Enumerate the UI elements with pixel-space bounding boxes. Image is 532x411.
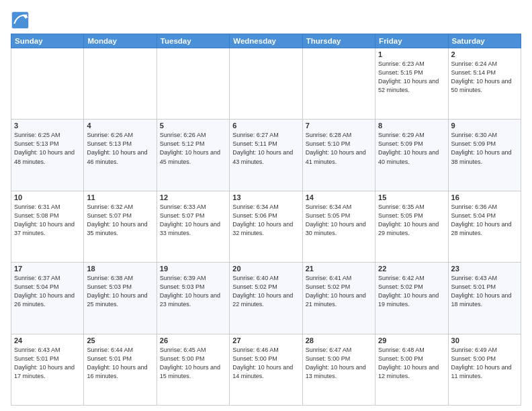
day-number: 12 — [160, 193, 226, 201]
day-number: 3 — [14, 122, 81, 130]
calendar-cell: 10Sunrise: 6:31 AMSunset: 5:08 PMDayligh… — [11, 191, 84, 262]
week-row-5: 24Sunrise: 6:43 AMSunset: 5:01 PMDayligh… — [11, 334, 521, 405]
column-header-thursday: Thursday — [302, 34, 375, 48]
cell-info: Sunrise: 6:35 AMSunset: 5:05 PMDaylight:… — [378, 203, 445, 238]
cell-info: Sunrise: 6:23 AMSunset: 5:15 PMDaylight:… — [378, 60, 445, 95]
calendar-cell — [11, 48, 84, 120]
day-number: 7 — [306, 122, 372, 130]
logo — [11, 11, 31, 30]
calendar-cell: 7Sunrise: 6:28 AMSunset: 5:10 PMDaylight… — [302, 120, 375, 191]
calendar-cell: 27Sunrise: 6:46 AMSunset: 5:00 PMDayligh… — [230, 334, 302, 405]
day-number: 2 — [451, 50, 518, 58]
calendar-cell: 15Sunrise: 6:35 AMSunset: 5:05 PMDayligh… — [375, 191, 448, 262]
calendar-cell: 12Sunrise: 6:33 AMSunset: 5:07 PMDayligh… — [157, 191, 229, 262]
day-number: 5 — [160, 122, 226, 130]
day-number: 11 — [87, 193, 153, 201]
cell-info: Sunrise: 6:27 AMSunset: 5:11 PMDaylight:… — [232, 131, 299, 166]
calendar-cell: 30Sunrise: 6:49 AMSunset: 5:00 PMDayligh… — [448, 334, 521, 405]
day-number: 21 — [306, 265, 372, 273]
day-number: 27 — [232, 336, 299, 345]
day-number: 15 — [378, 193, 445, 201]
day-number: 8 — [378, 122, 445, 130]
week-row-1: 1Sunrise: 6:23 AMSunset: 5:15 PMDaylight… — [11, 48, 521, 120]
calendar-cell — [230, 48, 302, 120]
day-number: 18 — [87, 265, 153, 273]
cell-info: Sunrise: 6:25 AMSunset: 5:13 PMDaylight:… — [14, 131, 81, 166]
day-number: 23 — [451, 265, 518, 273]
calendar-cell: 8Sunrise: 6:29 AMSunset: 5:09 PMDaylight… — [375, 120, 448, 191]
calendar-cell: 22Sunrise: 6:42 AMSunset: 5:02 PMDayligh… — [375, 263, 448, 334]
calendar-cell: 23Sunrise: 6:43 AMSunset: 5:01 PMDayligh… — [448, 263, 521, 334]
day-number: 13 — [232, 193, 299, 201]
cell-info: Sunrise: 6:49 AMSunset: 5:00 PMDaylight:… — [451, 346, 518, 381]
calendar-cell: 14Sunrise: 6:34 AMSunset: 5:05 PMDayligh… — [302, 191, 375, 262]
calendar-cell: 25Sunrise: 6:44 AMSunset: 5:01 PMDayligh… — [84, 334, 157, 405]
calendar-cell: 9Sunrise: 6:30 AMSunset: 5:09 PMDaylight… — [448, 120, 521, 191]
day-number: 17 — [14, 265, 81, 273]
week-row-4: 17Sunrise: 6:37 AMSunset: 5:04 PMDayligh… — [11, 263, 521, 334]
calendar-table: SundayMondayTuesdayWednesdayThursdayFrid… — [11, 34, 521, 406]
cell-info: Sunrise: 6:44 AMSunset: 5:01 PMDaylight:… — [87, 346, 153, 381]
cell-info: Sunrise: 6:45 AMSunset: 5:00 PMDaylight:… — [160, 346, 226, 381]
week-row-3: 10Sunrise: 6:31 AMSunset: 5:08 PMDayligh… — [11, 191, 521, 262]
cell-info: Sunrise: 6:26 AMSunset: 5:13 PMDaylight:… — [87, 131, 153, 166]
logo-icon — [11, 11, 30, 30]
cell-info: Sunrise: 6:26 AMSunset: 5:12 PMDaylight:… — [160, 131, 226, 166]
column-header-sunday: Sunday — [11, 34, 84, 48]
cell-info: Sunrise: 6:34 AMSunset: 5:06 PMDaylight:… — [232, 203, 299, 238]
cell-info: Sunrise: 6:39 AMSunset: 5:03 PMDaylight:… — [160, 274, 226, 309]
day-number: 26 — [160, 336, 226, 345]
calendar-cell: 28Sunrise: 6:47 AMSunset: 5:00 PMDayligh… — [302, 334, 375, 405]
cell-info: Sunrise: 6:28 AMSunset: 5:10 PMDaylight:… — [306, 131, 372, 166]
day-number: 25 — [87, 336, 153, 345]
day-number: 19 — [160, 265, 226, 273]
day-number: 30 — [451, 336, 518, 345]
calendar-cell — [157, 48, 229, 120]
day-number: 10 — [14, 193, 81, 201]
cell-info: Sunrise: 6:42 AMSunset: 5:02 PMDaylight:… — [378, 274, 445, 309]
calendar-cell: 16Sunrise: 6:36 AMSunset: 5:04 PMDayligh… — [448, 191, 521, 262]
calendar-cell: 2Sunrise: 6:24 AMSunset: 5:14 PMDaylight… — [448, 48, 521, 120]
day-number: 1 — [378, 50, 445, 58]
cell-info: Sunrise: 6:46 AMSunset: 5:00 PMDaylight:… — [232, 346, 299, 381]
cell-info: Sunrise: 6:41 AMSunset: 5:02 PMDaylight:… — [306, 274, 372, 309]
calendar-cell: 18Sunrise: 6:38 AMSunset: 5:03 PMDayligh… — [84, 263, 157, 334]
page: SundayMondayTuesdayWednesdayThursdayFrid… — [0, 0, 532, 411]
column-header-saturday: Saturday — [448, 34, 521, 48]
cell-info: Sunrise: 6:33 AMSunset: 5:07 PMDaylight:… — [160, 203, 226, 238]
cell-info: Sunrise: 6:43 AMSunset: 5:01 PMDaylight:… — [451, 274, 518, 309]
cell-info: Sunrise: 6:40 AMSunset: 5:02 PMDaylight:… — [232, 274, 299, 309]
day-number: 9 — [451, 122, 518, 130]
cell-info: Sunrise: 6:31 AMSunset: 5:08 PMDaylight:… — [14, 203, 81, 238]
calendar-cell: 19Sunrise: 6:39 AMSunset: 5:03 PMDayligh… — [157, 263, 229, 334]
header — [11, 8, 521, 30]
day-number: 6 — [232, 122, 299, 130]
calendar-cell: 26Sunrise: 6:45 AMSunset: 5:00 PMDayligh… — [157, 334, 229, 405]
cell-info: Sunrise: 6:48 AMSunset: 5:00 PMDaylight:… — [378, 346, 445, 381]
calendar-cell: 29Sunrise: 6:48 AMSunset: 5:00 PMDayligh… — [375, 334, 448, 405]
svg-rect-0 — [12, 12, 29, 29]
calendar-cell: 3Sunrise: 6:25 AMSunset: 5:13 PMDaylight… — [11, 120, 84, 191]
day-number: 14 — [306, 193, 372, 201]
calendar-cell: 1Sunrise: 6:23 AMSunset: 5:15 PMDaylight… — [375, 48, 448, 120]
calendar-cell — [84, 48, 157, 120]
day-number: 24 — [14, 336, 81, 345]
calendar-cell: 13Sunrise: 6:34 AMSunset: 5:06 PMDayligh… — [230, 191, 302, 262]
column-header-wednesday: Wednesday — [230, 34, 302, 48]
cell-info: Sunrise: 6:47 AMSunset: 5:00 PMDaylight:… — [306, 346, 372, 381]
cell-info: Sunrise: 6:29 AMSunset: 5:09 PMDaylight:… — [378, 131, 445, 166]
calendar-cell: 20Sunrise: 6:40 AMSunset: 5:02 PMDayligh… — [230, 263, 302, 334]
calendar-cell: 6Sunrise: 6:27 AMSunset: 5:11 PMDaylight… — [230, 120, 302, 191]
cell-info: Sunrise: 6:34 AMSunset: 5:05 PMDaylight:… — [306, 203, 372, 238]
column-header-friday: Friday — [375, 34, 448, 48]
calendar-cell: 11Sunrise: 6:32 AMSunset: 5:07 PMDayligh… — [84, 191, 157, 262]
cell-info: Sunrise: 6:36 AMSunset: 5:04 PMDaylight:… — [451, 203, 518, 238]
column-header-tuesday: Tuesday — [157, 34, 229, 48]
day-number: 4 — [87, 122, 153, 130]
calendar-cell: 24Sunrise: 6:43 AMSunset: 5:01 PMDayligh… — [11, 334, 84, 405]
cell-info: Sunrise: 6:32 AMSunset: 5:07 PMDaylight:… — [87, 203, 153, 238]
calendar-cell: 4Sunrise: 6:26 AMSunset: 5:13 PMDaylight… — [84, 120, 157, 191]
cell-info: Sunrise: 6:24 AMSunset: 5:14 PMDaylight:… — [451, 60, 518, 95]
calendar-cell — [302, 48, 375, 120]
cell-info: Sunrise: 6:43 AMSunset: 5:01 PMDaylight:… — [14, 346, 81, 381]
